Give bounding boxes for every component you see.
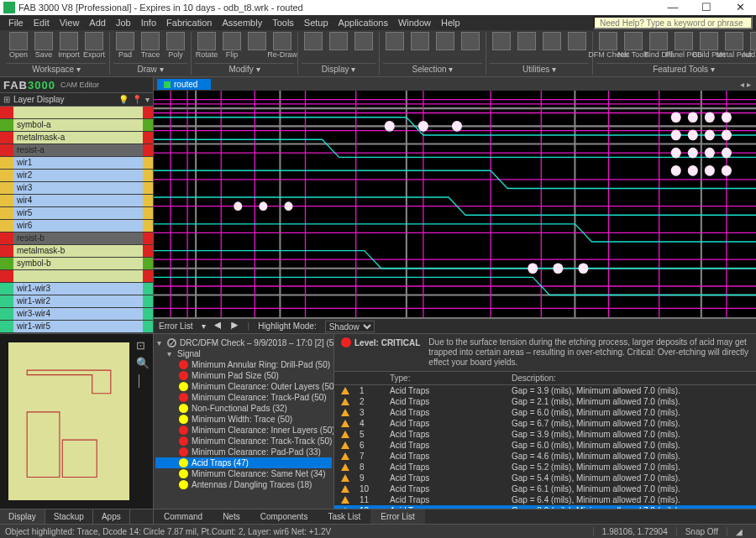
layer-item[interactable]: wir3: [0, 182, 153, 194]
tree-item[interactable]: Non-Functional Pads (32): [155, 403, 332, 414]
menu-view[interactable]: View: [55, 18, 85, 28]
chevron-down-icon[interactable]: ▾: [202, 321, 206, 331]
error-row[interactable]: 5Acid TrapsGap = 3.9 (mils), Minimum all…: [334, 429, 756, 440]
zoom-in-icon[interactable]: 🔍: [136, 357, 150, 369]
layer-item[interactable]: wir3-wir4: [0, 308, 153, 320]
error-row[interactable]: 7Acid TrapsGap = 4.6 (mils), Minimum all…: [334, 451, 756, 462]
highlight-mode-select[interactable]: Shadow: [325, 321, 375, 332]
layer-item[interactable]: wir1-wir3: [0, 283, 153, 295]
layer-item[interactable]: wir1-wir5: [0, 321, 153, 332]
tool-export[interactable]: Export: [82, 32, 106, 59]
menu-fabrication[interactable]: Fabrication: [161, 18, 217, 28]
menu-assembly[interactable]: Assembly: [217, 18, 267, 28]
layer-item[interactable]: wir2: [0, 170, 153, 181]
expand-icon[interactable]: ⊞: [3, 95, 10, 104]
error-row[interactable]: 8Acid TrapsGap = 5.2 (mils), Minimum all…: [334, 462, 756, 473]
help-search-input[interactable]: [593, 16, 753, 29]
tab2-components[interactable]: Components: [250, 509, 318, 524]
tool-btn[interactable]: [490, 32, 513, 51]
menu-setup[interactable]: Setup: [299, 18, 333, 28]
tool-btn[interactable]: [565, 32, 589, 51]
tool-flip[interactable]: Flip: [220, 32, 244, 59]
slider-icon[interactable]: │: [136, 374, 150, 387]
prev-icon[interactable]: ⯇: [214, 321, 223, 331]
layer-item[interactable]: symbol-b: [0, 258, 153, 269]
error-row[interactable]: 3Acid TrapsGap = 6.0 (mils), Minimum all…: [334, 407, 756, 418]
tree-signal[interactable]: ▾Signal: [155, 348, 332, 359]
error-row[interactable]: 6Acid TrapsGap = 6.0 (mils), Minimum all…: [334, 440, 756, 451]
error-row[interactable]: 11Acid TrapsGap = 6.4 (mils), Minimum al…: [334, 494, 756, 505]
tree-item[interactable]: Minimum Clearance: Inner Layers (50): [155, 425, 332, 436]
tree-item[interactable]: Minimum Annular Ring: Drill-Pad (50): [155, 359, 332, 370]
maximize-button[interactable]: ☐: [696, 2, 717, 13]
tree-item[interactable]: Minimum Clearance: Track-Pad (50): [155, 392, 332, 403]
layer-item[interactable]: wir6: [0, 220, 153, 232]
toolgroup-display[interactable]: Display ▾: [302, 63, 375, 75]
error-row[interactable]: 10Acid TrapsGap = 6.1 (mils), Minimum al…: [334, 483, 756, 494]
error-row[interactable]: 2Acid TrapsGap = 2.1 (mils), Minimum all…: [334, 396, 756, 407]
tool-dfm check[interactable]: DFM Check: [596, 32, 620, 59]
layer-item[interactable]: resist-a: [0, 144, 153, 156]
tool-btn[interactable]: [433, 32, 457, 51]
toolgroup-featuredtools[interactable]: Featured Tools ▾: [596, 63, 756, 75]
tree-root[interactable]: ▾✓DRC/DFM Check – 9/9/2018 – 17:0 [2] (5…: [155, 337, 332, 348]
toolgroup-draw[interactable]: Draw ▾: [113, 63, 187, 75]
close-button[interactable]: ✕: [729, 2, 751, 13]
error-row[interactable]: 1Acid TrapsGap = 3.9 (mils), Minimum all…: [334, 385, 756, 396]
tool-btn[interactable]: [408, 32, 432, 51]
tool-add ticket[interactable]: Add Ticket: [748, 32, 756, 59]
tab-apps[interactable]: Apps: [93, 509, 130, 524]
menu-file[interactable]: File: [3, 18, 29, 28]
tab-nav[interactable]: ◂ ▸: [735, 80, 756, 89]
tool-btn[interactable]: [459, 32, 482, 51]
tool-save[interactable]: Save: [32, 32, 55, 59]
layer-item[interactable]: metalmask-a: [0, 132, 153, 144]
menu-applications[interactable]: Applications: [333, 18, 393, 28]
bulb-icon[interactable]: 💡: [118, 95, 129, 104]
tool-btn[interactable]: [302, 32, 325, 51]
toolgroup-modify[interactable]: Modify ▾: [195, 63, 294, 75]
tree-item[interactable]: Minimum Clearance: Outer Layers (50): [155, 381, 332, 392]
tree-item[interactable]: Minimum Clearance: Same Net (34): [155, 468, 332, 479]
tree-item[interactable]: Minimum Clearance: Pad-Pad (33): [155, 447, 332, 457]
menu-window[interactable]: Window: [393, 18, 436, 28]
pcb-canvas[interactable]: [154, 91, 756, 317]
error-row[interactable]: 9Acid TrapsGap = 5.4 (mils), Minimum all…: [334, 473, 756, 483]
status-snap[interactable]: Snap Off: [676, 527, 727, 536]
toolgroup-selection[interactable]: Selection ▾: [383, 63, 482, 75]
tool-btn[interactable]: [245, 32, 269, 51]
toolgroup-workspace[interactable]: Workspace ▾: [7, 63, 106, 75]
tool-btn[interactable]: [383, 32, 407, 51]
menu-help[interactable]: Help: [436, 18, 465, 28]
layer-item[interactable]: [0, 107, 153, 118]
zoom-fit-icon[interactable]: ⊡: [136, 339, 150, 352]
tool-poly[interactable]: Poly: [164, 32, 187, 59]
layer-panel-header[interactable]: ⊞ Layer Display 💡 📍 ▾: [0, 92, 153, 107]
layer-item[interactable]: wir1-wir2: [0, 295, 153, 307]
layer-item[interactable]: metalmask-b: [0, 245, 153, 257]
tab-display[interactable]: Display: [0, 509, 45, 524]
pin-icon[interactable]: 📍: [132, 95, 142, 104]
minimize-button[interactable]: —: [662, 2, 684, 13]
error-list-label[interactable]: Error List: [159, 321, 193, 331]
tree-item[interactable]: Minimum Clearance: Track-Track (50): [155, 436, 332, 447]
menu-job[interactable]: Job: [111, 18, 136, 28]
tab2-error list[interactable]: Error List: [370, 509, 425, 524]
layer-item[interactable]: resist-b: [0, 232, 153, 244]
tool-rotate[interactable]: Rotate: [195, 32, 218, 59]
tool-btn[interactable]: [540, 32, 564, 51]
tree-item[interactable]: Acid Traps (47): [155, 457, 332, 468]
tab2-command[interactable]: Command: [154, 509, 213, 524]
next-icon[interactable]: ⯈: [231, 321, 239, 331]
tool-btn[interactable]: [352, 32, 375, 51]
layer-item[interactable]: wir4: [0, 195, 153, 206]
tab2-task list[interactable]: Task List: [318, 509, 370, 524]
menu-tools[interactable]: Tools: [267, 18, 299, 28]
layer-item[interactable]: wir5: [0, 207, 153, 219]
layer-item[interactable]: wir1: [0, 157, 153, 169]
tool-pad[interactable]: Pad: [113, 32, 137, 59]
menu-info[interactable]: Info: [136, 18, 161, 28]
tree-item[interactable]: Minimum Width: Trace (50): [155, 414, 332, 425]
tool-re-draw[interactable]: Re-Draw: [270, 32, 294, 59]
layer-item[interactable]: [0, 270, 153, 282]
